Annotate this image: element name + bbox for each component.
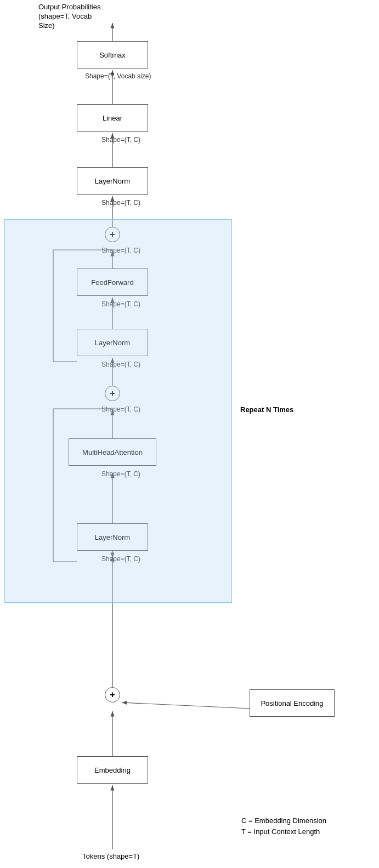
svg-line-19 bbox=[122, 703, 250, 709]
repeat-block bbox=[4, 219, 232, 603]
tokens-label: Tokens (shape=T) bbox=[82, 852, 139, 860]
positional-box: Positional Encoding bbox=[250, 689, 335, 717]
shape-vocab: Shape=(T, Vocab size) bbox=[85, 72, 151, 80]
diagram: Output Probabilities (shape=T, Vocab Siz… bbox=[0, 0, 379, 868]
positional-label: Positional Encoding bbox=[261, 699, 323, 707]
repeat-label: Repeat N Times bbox=[240, 406, 293, 414]
linear-label: Linear bbox=[103, 114, 122, 122]
shape-tc-1: Shape=(T, C) bbox=[101, 136, 140, 144]
layernorm-top-box: LayerNorm bbox=[77, 167, 148, 195]
legend-line2: T = Input Context Length bbox=[241, 827, 320, 836]
shape-tc-2: Shape=(T, C) bbox=[101, 199, 140, 207]
plus-icon-bot: + bbox=[110, 690, 115, 700]
softmax-box: Softmax bbox=[77, 41, 148, 68]
layernorm-top-label: LayerNorm bbox=[95, 177, 130, 185]
linear-box: Linear bbox=[77, 104, 148, 132]
output-label: Output Probabilities (shape=T, Vocab Siz… bbox=[38, 3, 110, 31]
plus-circle-bot: + bbox=[105, 687, 120, 703]
embedding-label: Embedding bbox=[94, 766, 131, 774]
softmax-label: Softmax bbox=[99, 51, 126, 59]
legend-line1: C = Embedding Dimension bbox=[241, 816, 326, 825]
embedding-box: Embedding bbox=[77, 756, 148, 784]
